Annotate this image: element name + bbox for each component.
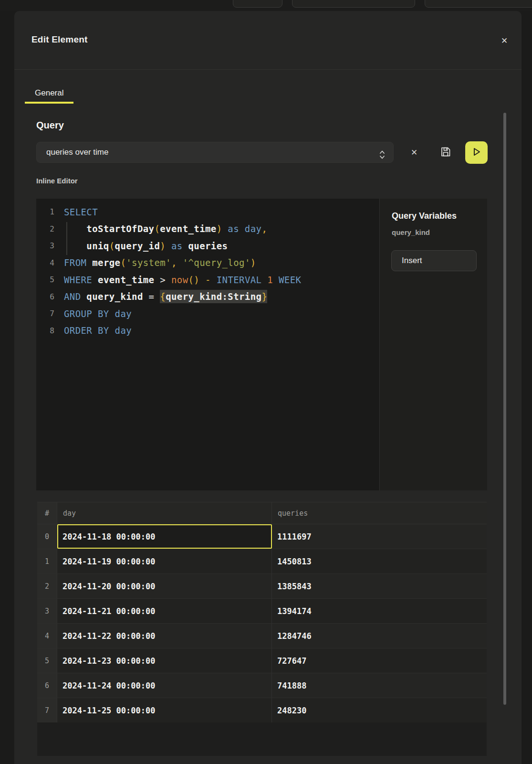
query-select[interactable]: queries over time bbox=[36, 142, 394, 163]
background-toolbar-button bbox=[425, 0, 532, 8]
cell-day[interactable]: 2024-11-19 00:00:00 bbox=[57, 549, 272, 573]
code-lines[interactable]: 1SELECT2 toStartOfDay(event_time) as day… bbox=[36, 199, 379, 490]
line-number: 5 bbox=[36, 275, 54, 284]
table-body: 02024-11-18 00:00:00111169712024-11-19 0… bbox=[37, 524, 487, 723]
table-row: 72024-11-25 00:00:00248230 bbox=[37, 698, 487, 723]
row-index-cell[interactable]: 6 bbox=[37, 673, 57, 698]
line-number: 3 bbox=[36, 241, 54, 250]
code-line[interactable]: 4FROM merge('system', '^query_log') bbox=[36, 255, 379, 272]
cell-queries[interactable]: 1284746 bbox=[272, 624, 487, 648]
save-query-button[interactable] bbox=[438, 145, 453, 159]
code-line[interactable]: 6AND query_kind = {query_kind:String} bbox=[36, 288, 379, 306]
modal-scrollbar-thumb[interactable] bbox=[503, 113, 506, 705]
play-icon bbox=[472, 147, 481, 159]
cell-queries[interactable]: 1111697 bbox=[272, 524, 487, 549]
table-row: 02024-11-18 00:00:001111697 bbox=[37, 524, 487, 549]
line-number: 1 bbox=[36, 207, 54, 216]
code-line-text: toStartOfDay(event_time) as day, bbox=[54, 223, 267, 234]
cell-day[interactable]: 2024-11-18 00:00:00 bbox=[57, 524, 272, 549]
code-line[interactable]: 3 uniq(query_id) as queries bbox=[36, 237, 379, 255]
clear-x-icon: ✕ bbox=[411, 148, 417, 158]
header-cell-day[interactable]: day bbox=[57, 502, 272, 524]
inline-editor-label: Inline Editor bbox=[36, 177, 78, 185]
cell-day[interactable]: 2024-11-24 00:00:00 bbox=[57, 673, 272, 698]
clear-query-button[interactable]: ✕ bbox=[407, 145, 421, 159]
cell-queries[interactable]: 1394174 bbox=[272, 599, 487, 623]
row-index-cell[interactable]: 2 bbox=[37, 574, 57, 598]
code-line-text: GROUP BY day bbox=[54, 308, 132, 319]
code-line[interactable]: 7GROUP BY day bbox=[36, 305, 379, 322]
query-variables-panel: Query Variables query_kind Insert bbox=[379, 199, 487, 490]
header-divider bbox=[14, 69, 522, 70]
chevron-up-down-icon bbox=[379, 148, 386, 168]
code-line-text: FROM merge('system', '^query_log') bbox=[54, 257, 256, 268]
tab-general[interactable]: General bbox=[25, 83, 73, 104]
code-line-text: SELECT bbox=[54, 207, 98, 217]
code-line-text: AND query_kind = {query_kind:String} bbox=[54, 291, 267, 302]
query-section-heading: Query bbox=[36, 120, 64, 131]
edit-element-modal: Edit Element ✕ General Query queries ove… bbox=[14, 11, 522, 764]
cell-queries[interactable]: 1450813 bbox=[272, 549, 487, 573]
background-toolbar-button bbox=[233, 0, 282, 8]
save-floppy-icon bbox=[440, 146, 451, 159]
cell-queries[interactable]: 248230 bbox=[272, 698, 487, 722]
close-icon: ✕ bbox=[501, 36, 508, 46]
code-line[interactable]: 5WHERE event_time > now() - INTERVAL 1 W… bbox=[36, 271, 379, 288]
code-line[interactable]: 1SELECT bbox=[36, 203, 379, 221]
code-line-text: ORDER BY day bbox=[54, 325, 132, 336]
background-app-toolbar bbox=[0, 0, 532, 11]
table-footer-strip bbox=[37, 722, 487, 756]
row-index-cell[interactable]: 5 bbox=[37, 648, 57, 673]
code-line[interactable]: 8ORDER BY day bbox=[36, 322, 379, 340]
results-table: # day queries 02024-11-18 00:00:00111169… bbox=[37, 502, 487, 723]
table-row: 62024-11-24 00:00:00741888 bbox=[37, 673, 487, 698]
close-button[interactable]: ✕ bbox=[498, 34, 511, 47]
sql-editor[interactable]: 1SELECT2 toStartOfDay(event_time) as day… bbox=[36, 199, 487, 490]
header-cell-index[interactable]: # bbox=[37, 502, 57, 524]
modal-title: Edit Element bbox=[31, 34, 87, 45]
cell-day[interactable]: 2024-11-22 00:00:00 bbox=[57, 624, 272, 648]
code-line-text: uniq(query_id) as queries bbox=[54, 241, 228, 251]
background-toolbar-button bbox=[292, 0, 415, 8]
row-index-cell[interactable]: 1 bbox=[37, 549, 57, 573]
cell-queries[interactable]: 741888 bbox=[272, 673, 487, 698]
code-line-text: WHERE event_time > now() - INTERVAL 1 WE… bbox=[54, 275, 301, 285]
query-variables-heading: Query Variables bbox=[392, 211, 457, 221]
cell-queries[interactable]: 727647 bbox=[272, 648, 487, 673]
cell-day[interactable]: 2024-11-21 00:00:00 bbox=[57, 599, 272, 623]
table-row: 42024-11-22 00:00:001284746 bbox=[37, 624, 487, 648]
row-index-cell[interactable]: 0 bbox=[37, 524, 57, 549]
line-number: 6 bbox=[36, 292, 54, 301]
line-number: 2 bbox=[36, 224, 54, 233]
cell-day[interactable]: 2024-11-20 00:00:00 bbox=[57, 574, 272, 598]
table-row: 12024-11-19 00:00:001450813 bbox=[37, 549, 487, 574]
cell-queries[interactable]: 1385843 bbox=[272, 574, 487, 598]
line-number: 7 bbox=[36, 309, 54, 318]
table-header-row: # day queries bbox=[37, 502, 487, 524]
code-line[interactable]: 2 toStartOfDay(event_time) as day, bbox=[36, 221, 379, 238]
query-select-value: queries over time bbox=[46, 148, 108, 157]
table-row: 22024-11-20 00:00:001385843 bbox=[37, 574, 487, 599]
cell-day[interactable]: 2024-11-25 00:00:00 bbox=[57, 698, 272, 722]
indent-guide bbox=[66, 222, 67, 255]
table-row: 32024-11-21 00:00:001394174 bbox=[37, 599, 487, 624]
run-query-button[interactable] bbox=[465, 141, 488, 164]
row-index-cell[interactable]: 4 bbox=[37, 624, 57, 648]
insert-variable-button[interactable]: Insert bbox=[391, 250, 477, 271]
table-row: 52024-11-23 00:00:00727647 bbox=[37, 648, 487, 673]
line-number: 8 bbox=[36, 326, 54, 335]
header-cell-queries[interactable]: queries bbox=[272, 502, 487, 524]
line-number: 4 bbox=[36, 258, 54, 267]
row-index-cell[interactable]: 3 bbox=[37, 599, 57, 623]
variable-name-label: query_kind bbox=[392, 228, 430, 236]
cell-day[interactable]: 2024-11-23 00:00:00 bbox=[57, 648, 272, 673]
row-index-cell[interactable]: 7 bbox=[37, 698, 57, 722]
